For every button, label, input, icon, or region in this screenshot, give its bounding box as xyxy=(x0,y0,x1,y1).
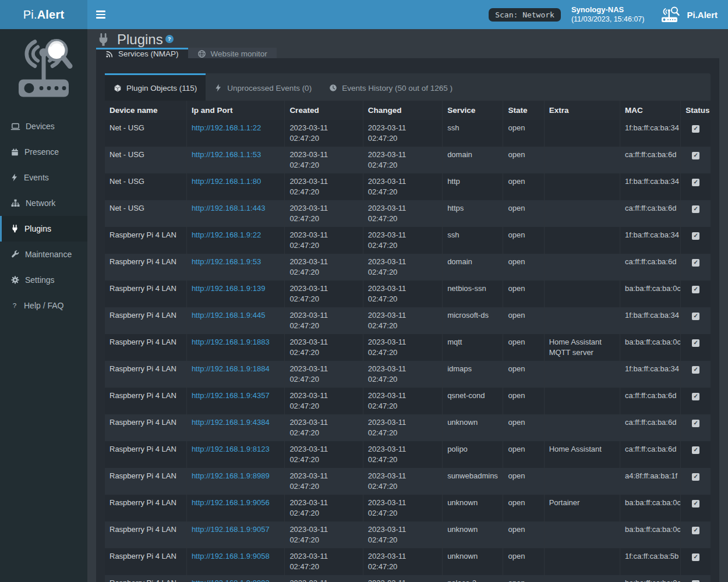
subtab-label: Events History (50 out of 1265 ) xyxy=(342,84,453,93)
app-logo[interactable]: Pi.Alert xyxy=(0,0,87,29)
column-header-state[interactable]: State xyxy=(503,101,544,120)
ip-port-link[interactable]: http://192.168.1.9:4357 xyxy=(192,391,270,400)
sidebar-item-help-faq[interactable]: ?Help / FAQ xyxy=(0,293,87,318)
ip-port-link[interactable]: http://192.168.1.9:8123 xyxy=(192,445,270,453)
sidebar-item-devices[interactable]: Devices xyxy=(0,113,87,139)
status-checkbox[interactable]: ✓ xyxy=(692,339,699,347)
ip-port-link[interactable]: http://192.168.1.9:139 xyxy=(192,284,266,293)
status-checkbox[interactable]: ✓ xyxy=(692,446,699,454)
svg-text:?: ? xyxy=(13,301,17,309)
sitemap-icon xyxy=(10,198,20,208)
column-header-service[interactable]: Service xyxy=(443,101,503,120)
subtab-unprocessed-events[interactable]: Unprocessed Events (0) xyxy=(206,73,320,101)
ip-port-link[interactable]: http://192.168.1.1:80 xyxy=(192,177,261,186)
sidebar-item-presence[interactable]: Presence xyxy=(0,139,87,165)
status-checkbox[interactable]: ✓ xyxy=(692,527,699,534)
plugin-panel: Plugin Objects (115)Unprocessed Events (… xyxy=(96,58,719,582)
cell-url: http://192.168.1.9:445 xyxy=(186,307,284,334)
cell-changed: 2023-03-11 02:47:20 xyxy=(363,281,442,307)
ip-port-link[interactable]: http://192.168.1.9:9058 xyxy=(192,552,270,560)
status-checkbox[interactable]: ✓ xyxy=(692,500,699,508)
ip-port-link[interactable]: http://192.168.1.1:22 xyxy=(192,123,261,132)
cell-created: 2023-03-11 02:47:20 xyxy=(285,281,363,307)
ip-port-link[interactable]: http://192.168.1.9:9057 xyxy=(192,525,270,534)
ip-port-link[interactable]: http://192.168.1.9:53 xyxy=(192,257,261,266)
column-header-mac[interactable]: MAC xyxy=(620,101,681,120)
sidebar-item-settings[interactable]: Settings xyxy=(0,267,87,293)
cell-created: 2023-03-11 02:47:20 xyxy=(285,521,363,548)
sidebar-item-network[interactable]: Network xyxy=(0,190,87,216)
cell-url: http://192.168.1.1:80 xyxy=(186,173,284,200)
cube-icon xyxy=(114,84,122,93)
tab-services-nmap[interactable]: Services (NMAP) xyxy=(96,48,188,58)
status-checkbox[interactable]: ✓ xyxy=(692,393,699,400)
subtab-plugin-objects[interactable]: Plugin Objects (115) xyxy=(105,73,206,101)
ip-port-link[interactable]: http://192.168.1.1:53 xyxy=(192,150,261,159)
ip-port-link[interactable]: http://192.168.1.9:9993 xyxy=(192,579,270,582)
cell-device: Raspberry Pi 4 LAN xyxy=(105,361,186,388)
sidebar-item-plugins[interactable]: Plugins xyxy=(0,216,87,242)
ip-port-link[interactable]: http://192.168.1.1:443 xyxy=(192,204,266,212)
tab-website-monitor[interactable]: Website monitor xyxy=(188,48,277,58)
signal-icon xyxy=(105,50,114,58)
status-checkbox[interactable]: ✓ xyxy=(692,125,699,133)
ip-port-link[interactable]: http://192.168.1.9:1884 xyxy=(192,364,270,373)
cell-status: ✓ xyxy=(681,388,711,414)
status-checkbox[interactable]: ✓ xyxy=(692,205,699,213)
question-icon: ? xyxy=(10,301,19,310)
cell-changed: 2023-03-11 02:47:20 xyxy=(363,147,442,173)
subtab-events-history-out-of[interactable]: Events History (50 out of 1265 ) xyxy=(320,73,461,101)
cell-mac: 1f:ba:ff:ca:ba:34 xyxy=(620,227,681,254)
column-header-changed[interactable]: Changed xyxy=(363,101,442,120)
cell-extra xyxy=(544,147,620,173)
column-header-device-name[interactable]: Device name xyxy=(105,101,186,120)
cell-mac: 1f:ba:ff:ca:ba:34 xyxy=(620,361,681,388)
ip-port-link[interactable]: http://192.168.1.9:4384 xyxy=(192,418,270,427)
app-logo-text: Pi.Alert xyxy=(23,8,65,22)
sidebar-toggle-button[interactable] xyxy=(87,0,114,29)
sidebar-item-label: Events xyxy=(24,173,49,182)
status-checkbox[interactable]: ✓ xyxy=(692,152,699,159)
cell-state: open xyxy=(503,120,544,147)
sidebar-item-maintenance[interactable]: Maintenance xyxy=(0,242,87,267)
cell-state: open xyxy=(503,441,544,468)
cell-device: Raspberry Pi 4 LAN xyxy=(105,254,186,281)
ip-port-link[interactable]: http://192.168.1.9:9056 xyxy=(192,498,270,507)
ip-port-link[interactable]: http://192.168.1.9:1883 xyxy=(192,338,270,346)
host-info: Synology-NAS (11/03/2023, 15:46:07) xyxy=(571,5,645,24)
cell-extra xyxy=(544,548,620,575)
host-name: Synology-NAS xyxy=(571,5,645,15)
status-checkbox[interactable]: ✓ xyxy=(692,366,699,374)
sidebar-item-events[interactable]: Events xyxy=(0,165,87,190)
host-timestamp: (11/03/2023, 15:46:07) xyxy=(571,15,645,24)
help-badge[interactable]: ? xyxy=(165,35,174,43)
status-checkbox[interactable]: ✓ xyxy=(692,286,699,293)
status-checkbox[interactable]: ✓ xyxy=(692,473,699,481)
status-checkbox[interactable]: ✓ xyxy=(692,179,699,186)
ip-port-link[interactable]: http://192.168.1.9:22 xyxy=(192,230,261,239)
cell-url: http://192.168.1.9:9058 xyxy=(186,548,284,575)
bolt-icon xyxy=(10,173,19,182)
status-checkbox[interactable]: ✓ xyxy=(692,232,699,240)
cell-device: Raspberry Pi 4 LAN xyxy=(105,468,186,495)
column-header-status[interactable]: Status xyxy=(681,101,711,120)
column-header-created[interactable]: Created xyxy=(285,101,363,120)
cell-device: Net - USG xyxy=(105,173,186,200)
ip-port-link[interactable]: http://192.168.1.9:445 xyxy=(192,311,266,320)
ip-port-link[interactable]: http://192.168.1.9:8989 xyxy=(192,471,270,480)
cell-changed: 2023-03-11 02:47:20 xyxy=(363,227,442,254)
status-checkbox[interactable]: ✓ xyxy=(692,553,699,561)
column-header-ip-and-port[interactable]: Ip and Port xyxy=(186,101,284,120)
cell-device: Raspberry Pi 4 LAN xyxy=(105,334,186,361)
status-checkbox[interactable]: ✓ xyxy=(692,420,699,427)
cell-created: 2023-03-11 02:47:20 xyxy=(285,120,363,147)
table-header-row: Device nameIp and PortCreatedChangedServ… xyxy=(105,101,711,120)
cell-service: ssh xyxy=(443,120,503,147)
status-checkbox[interactable]: ✓ xyxy=(692,580,699,582)
status-checkbox[interactable]: ✓ xyxy=(692,259,699,267)
brand-link[interactable]: Pi.Alert xyxy=(660,6,718,23)
table-row: Raspberry Pi 4 LANhttp://192.168.1.9:222… xyxy=(105,227,711,254)
status-checkbox[interactable]: ✓ xyxy=(692,313,699,320)
column-header-extra[interactable]: Extra xyxy=(544,101,620,120)
cell-mac: 1f:ba:ff:ca:ba:34 xyxy=(620,120,681,147)
